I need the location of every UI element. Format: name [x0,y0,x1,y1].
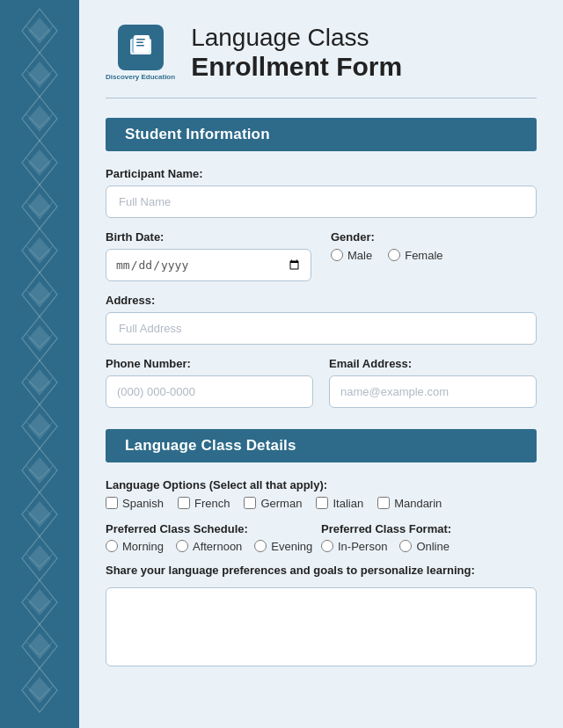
main-content: Discovery Education Language Class Enrol… [79,0,563,728]
logo-box: Discovery Education [106,25,175,82]
format-online-label: Online [416,540,450,553]
email-label: Email Address: [329,357,537,370]
gender-group: Male Female [331,249,537,262]
language-french-checkbox[interactable] [178,497,190,509]
schedule-evening-label: Evening [271,540,312,553]
schedule-morning-radio[interactable] [106,540,118,552]
title-line2: Enrollment Form [191,52,402,81]
language-spanish-label: Spanish [122,497,164,510]
format-radio-group: In-Person Online [321,540,537,553]
language-options-group: Language Options (Select all that apply)… [106,478,537,510]
gender-male-label: Male [347,249,372,262]
goals-textarea[interactable] [106,587,537,666]
format-inperson-option[interactable]: In-Person [321,540,387,553]
participant-name-group: Participant Name: [106,167,537,218]
schedule-col: Preferred Class Schedule: Morning Aftern… [106,522,321,553]
phone-col: Phone Number: [106,357,313,408]
svg-rect-37 [136,42,143,44]
language-mandarin-label: Mandarin [394,497,442,510]
sidebar [0,0,79,728]
address-group: Address: [106,294,537,345]
goals-label: Share your language preferences and goal… [106,564,537,577]
format-col: Preferred Class Format: In-Person Online [321,522,537,553]
header-title: Language Class Enrollment Form [191,25,402,81]
address-label: Address: [106,294,537,307]
sidebar-pattern [0,0,79,728]
logo-icon [118,25,164,70]
svg-rect-35 [134,35,150,53]
title-line1: Language Class [191,25,402,52]
language-italian-checkbox[interactable] [316,497,328,509]
format-online-radio[interactable] [399,540,412,552]
student-information-section: Student Information Participant Name: Bi… [106,118,537,408]
schedule-afternoon-label: Afternoon [193,540,242,553]
language-french-label: French [194,497,230,510]
student-section-header: Student Information [106,118,537,151]
language-spanish-checkbox[interactable] [106,497,118,509]
phone-input[interactable] [106,375,313,408]
schedule-afternoon-radio[interactable] [176,540,188,552]
email-input[interactable] [329,375,537,408]
gender-female-radio[interactable] [388,249,400,261]
svg-rect-38 [136,45,144,47]
birthdate-col: Birth Date: [106,230,311,281]
language-checkboxes: Spanish French German Italian Mandarin [106,497,537,510]
format-inperson-label: In-Person [338,540,387,553]
participant-name-label: Participant Name: [106,167,537,180]
header: Discovery Education Language Class Enrol… [106,25,537,98]
schedule-radio-group: Morning Afternoon Evening [106,540,321,553]
schedule-format-row: Preferred Class Schedule: Morning Aftern… [106,522,537,553]
logo-brand: Discovery Education [106,73,175,82]
language-german-label: German [260,497,302,510]
phone-label: Phone Number: [106,357,313,370]
birth-date-input[interactable] [106,249,311,281]
class-section-header: Language Class Details [106,429,537,462]
gender-male-radio[interactable] [331,249,343,261]
language-mandarin-checkbox[interactable] [377,497,390,509]
goals-group: Share your language preferences and goal… [106,564,537,670]
language-mandarin-option[interactable]: Mandarin [377,497,442,510]
schedule-evening-option[interactable]: Evening [254,540,312,553]
language-class-section: Language Class Details Language Options … [106,429,537,670]
language-spanish-option[interactable]: Spanish [106,497,164,510]
schedule-evening-radio[interactable] [254,540,267,552]
address-input[interactable] [106,312,537,345]
birthdate-gender-row: Birth Date: Gender: Male Female [106,230,537,281]
language-italian-label: Italian [333,497,363,510]
format-online-option[interactable]: Online [399,540,450,553]
schedule-label: Preferred Class Schedule: [106,522,321,535]
birth-date-label: Birth Date: [106,230,311,244]
email-col: Email Address: [329,357,537,408]
gender-female-option[interactable]: Female [388,249,442,262]
language-italian-option[interactable]: Italian [316,497,363,510]
format-label: Preferred Class Format: [321,522,537,535]
schedule-afternoon-option[interactable]: Afternoon [176,540,242,553]
svg-rect-36 [136,39,145,40]
schedule-morning-label: Morning [122,540,164,553]
phone-email-row: Phone Number: Email Address: [106,357,537,408]
language-german-option[interactable]: German [244,497,302,510]
language-french-option[interactable]: French [178,497,230,510]
gender-label: Gender: [331,230,537,244]
language-options-label: Language Options (Select all that apply)… [106,478,537,491]
format-inperson-radio[interactable] [321,540,333,552]
gender-male-option[interactable]: Male [331,249,372,262]
schedule-morning-option[interactable]: Morning [106,540,164,553]
language-german-checkbox[interactable] [244,497,256,509]
gender-col: Gender: Male Female [331,230,537,281]
gender-female-label: Female [405,249,442,262]
participant-name-input[interactable] [106,186,537,218]
